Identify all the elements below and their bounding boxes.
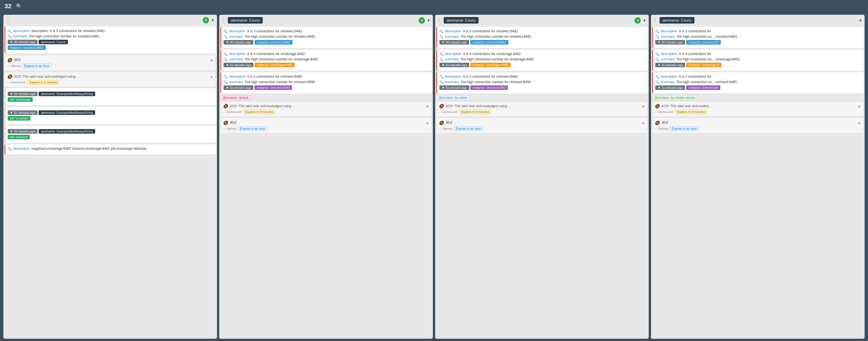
collapse-silence[interactable]: ▲ <box>642 104 645 108</box>
column-1: ⋮ 8 ▼ 🔍 description: description: It is … <box>3 15 217 339</box>
silence-block-ceshi: 🔕 测试 ▲ — dalong Expires in an hour <box>4 55 216 71</box>
collapse-button[interactable]: ▼ <box>211 18 215 23</box>
receiver-tag[interactable]: @receiver: by-name <box>436 95 469 100</box>
receiver-tag[interactable]: @receiver: default <box>220 95 251 100</box>
receiver-tag[interactable]: @receiver: by-cluster-service <box>652 95 698 100</box>
alertname-tag[interactable]: alertname: ExampleAlertAlwaysFiring <box>39 129 95 134</box>
instance-tag[interactable]: instance: vminsert:84 <box>686 86 720 90</box>
alertname-tag[interactable]: alertname: ExampleAlertAlwaysFiring <box>39 110 95 115</box>
collapse-silence[interactable]: ▲ <box>210 75 213 78</box>
silence-footer: — karma-ack Expires in 9 minutes <box>439 109 645 114</box>
collapse-silence[interactable]: ▲ <box>426 121 429 125</box>
search-icon: 🔍 <box>439 58 444 62</box>
tags-row: ▼ 31 minutes ago instance: vminsert:8480 <box>439 86 645 90</box>
drag-handle[interactable]: ⋮ <box>653 18 658 23</box>
time-tag[interactable]: ▼ 31 minutes ago <box>8 110 37 115</box>
tags-row: ▼ 31 minutes ago instance: vminsert:84 <box>655 86 861 90</box>
silence-icon: 🔕 <box>223 121 228 125</box>
silence-icon: 🔕 <box>655 104 659 108</box>
alert-summary-row: 🔍 summary: Too high connection nu... vms… <box>655 35 861 39</box>
search-icon[interactable]: 🔍 <box>16 3 22 9</box>
alert-description-row: 🔍 description: description: It is 3 conn… <box>8 29 214 33</box>
search-icon: 🔍 <box>655 80 659 84</box>
collapse-silence[interactable]: ▲ <box>642 121 645 125</box>
collapse-silence[interactable]: ▲ <box>426 104 429 108</box>
job-row: job: vminsert <box>8 135 214 139</box>
expires-badge: Expires in 9 minutes <box>27 80 59 84</box>
tags-row: ▼ 31 minutes ago instance: vminsert:8480 <box>223 86 430 90</box>
collapse-button[interactable]: ▼ <box>427 18 431 23</box>
instance-tag[interactable]: instance: vmstorage:8482 <box>254 63 295 67</box>
silence-icon: 🔕 <box>7 74 12 79</box>
instance-tag[interactable]: instance: vmstorage:8 <box>686 63 721 67</box>
receiver-row: @receiver: default <box>220 95 432 100</box>
time-tag[interactable]: ▼ 30 minutes ago <box>8 40 37 44</box>
alert-summary-row: 🔍 summary: Too high connection number fo… <box>439 80 645 84</box>
instance-tag[interactable]: instance: vmselect:8481 <box>470 40 508 44</box>
collapse-silence[interactable]: ▲ <box>858 104 861 108</box>
column-4-body: 🔍 description: It is 3 connections for 🔍… <box>651 26 865 339</box>
tags-row: ▼ 31 minutes ago instance: vmstorage:8 <box>655 63 861 67</box>
alert-description-row: 🔍 description: It is 3 connections for <box>655 29 861 33</box>
time-tag[interactable]: ▼ 31 minutes ago <box>8 129 37 134</box>
search-icon: 🔍 <box>655 58 659 62</box>
expires-badge: Expires in 9 minutes <box>459 109 491 114</box>
search-icon: 🔍 <box>223 80 228 84</box>
alert-description-row: 🔍 description: It is 3 connections for v… <box>223 29 430 33</box>
time-tag[interactable]: ▼ 30 minutes ago <box>655 40 685 44</box>
alert-group-1: 🔍 description: It is 3 connections for 🔍… <box>652 27 864 48</box>
expires-badge: Expires in 9 minutes <box>675 109 707 114</box>
expires-badge: Expires in 9 minutes <box>243 109 275 114</box>
silence-block-ceshi: 🔕 测试 ▲ — dalong Expires in an hour <box>220 118 432 133</box>
columns-container: ⋮ 8 ▼ 🔍 description: description: It is … <box>0 12 868 341</box>
drag-handle[interactable]: ⋮ <box>221 18 226 23</box>
drag-handle[interactable]: ⋮ <box>6 18 10 23</box>
drag-handle[interactable]: ⋮ <box>437 18 442 23</box>
job-tag[interactable]: job: vminsert <box>8 135 30 139</box>
silence-header: 🔕 测试 ▲ <box>223 120 429 125</box>
collapse-silence[interactable]: ▲ <box>858 121 861 125</box>
silence-footer: — dalong Expires in an hour <box>439 126 645 131</box>
job-tag[interactable]: job: vmstorage <box>8 97 33 102</box>
alert-summary-row: 🔍 summary: Too high connection number fo… <box>223 35 430 39</box>
search-icon: 🔍 <box>8 29 12 33</box>
alert-description-row: 🔍 description: It is 3 connections for v… <box>439 29 645 33</box>
collapse-button[interactable]: ▼ <box>643 18 647 23</box>
time-tag[interactable]: ▼ 30 minutes ago <box>223 40 253 44</box>
search-icon: 🔍 <box>223 75 228 79</box>
time-tag[interactable]: ▼ 31 minutes ago <box>223 63 253 67</box>
author: — dalong <box>439 127 452 130</box>
instance-tag[interactable]: instance: vminsert:8480 <box>254 86 292 90</box>
column-3-body: 🔍 description: It is 3 connections for v… <box>435 26 649 339</box>
time-tag[interactable]: ▼ 31 minutes ago <box>223 86 253 90</box>
silence-footer: — karma-ack Expires in 9 minutes <box>655 109 861 114</box>
time-tag[interactable]: ▼ 31 minutes ago <box>8 92 37 96</box>
silence-header: 🔕 测试 ▲ <box>439 120 645 125</box>
silence-block-ack: 🔕 ACK! This alert was acknowledged using… <box>220 101 432 116</box>
author: — karma-ack <box>7 80 26 84</box>
time-tag[interactable]: ▼ 31 minutes ago <box>655 63 685 67</box>
instance-tag[interactable]: instance: vmselect:8481 <box>254 40 292 44</box>
time-tag[interactable]: ▼ 31 minutes ago <box>655 86 685 90</box>
tags-row: ▼ 31 minutes ago instance: vmstorage:848… <box>439 63 645 67</box>
tags-row: ▼ 30 minutes ago instance: vmselect:84 <box>655 40 861 44</box>
job-tag[interactable]: job: vmselect <box>8 116 30 121</box>
time-tag[interactable]: ▼ 31 minutes ago <box>439 63 469 67</box>
search-icon: 🔍 <box>223 52 228 56</box>
search-icon: 🔍 <box>655 35 659 39</box>
instance-tag[interactable]: instance: vmstorage:8482 <box>470 63 511 67</box>
job-row: job: vmstorage <box>8 97 214 102</box>
search-icon: 🔍 <box>223 35 228 39</box>
alert-group-2: 🔍 description: It is 4 connections for 🔍… <box>652 49 864 71</box>
instance-tag[interactable]: instance: vmselect:84 <box>686 40 721 44</box>
collapse-button[interactable]: ▼ <box>858 18 862 23</box>
time-tag[interactable]: ▼ 31 minutes ago <box>439 86 469 90</box>
alertname-tag[interactable]: alertname: Conns <box>39 40 68 44</box>
collapse-silence[interactable]: ▲ <box>210 58 213 62</box>
instance-tag[interactable]: instance: vminsert:8480 <box>470 86 508 90</box>
column-title: alertname: Conns <box>228 17 263 24</box>
alertname-tag[interactable]: alertname: ExampleAlertAlwaysFiring <box>39 92 95 96</box>
time-tag[interactable]: ▼ 30 minutes ago <box>439 40 469 44</box>
instance-tag[interactable]: instance: vmselect:8481 <box>8 45 46 50</box>
alert-group-extra4: 🔍 description: map[host:vmstorage:8482 i… <box>4 144 216 154</box>
